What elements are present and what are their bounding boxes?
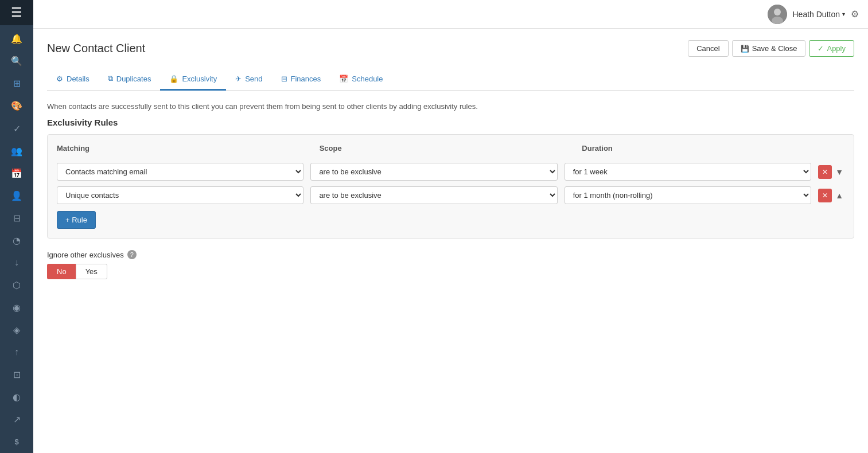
ignore-yes-button[interactable]: Yes	[76, 264, 107, 279]
main-content: Heath Dutton ▾ ⚙ New Contact Client Canc…	[33, 0, 868, 453]
sidebar-icon-dollar[interactable]: $	[0, 431, 33, 453]
help-icon[interactable]: ?	[127, 250, 137, 259]
matching-select-1[interactable]: Contacts matching email Unique contacts …	[57, 163, 303, 181]
ignore-label: Ignore other exclusives ?	[47, 250, 854, 259]
apply-button[interactable]: ✓ Apply	[809, 40, 854, 57]
duplicates-tab-icon: ⧉	[108, 74, 113, 83]
save-icon: 💾	[741, 45, 749, 53]
remove-rule-1-button[interactable]: ✕	[818, 165, 832, 179]
sidebar-icon-trending[interactable]: ↗	[0, 408, 33, 431]
finances-tab-label: Finances	[291, 75, 321, 83]
save-close-label: Save & Close	[752, 44, 797, 53]
sidebar-icon-grid2[interactable]: ⊡	[0, 364, 33, 386]
duplicates-tab-label: Duplicates	[116, 75, 151, 83]
sidebar: ☰ 🔔 🔍 ⊞ 🎨 ✓ 👥 📅 👤 ⊟ ◔ ↓ ⬡ ◉ ◈ ↑ ⊡ ◐ ↗ $	[0, 0, 33, 453]
duration-select-1[interactable]: for 1 day for 1 week for 1 month for 1 m…	[565, 163, 811, 181]
schedule-tab-icon: 📅	[339, 75, 348, 83]
send-tab-icon: ✈	[235, 75, 242, 83]
exclusivity-section-title: Exclusivity Rules	[47, 118, 854, 127]
topbar-right: Heath Dutton ▾ ⚙	[768, 5, 859, 24]
topbar: Heath Dutton ▾ ⚙	[33, 0, 868, 29]
tab-duplicates[interactable]: ⧉ Duplicates	[99, 68, 161, 91]
app-logo[interactable]: ☰	[0, 0, 33, 25]
sidebar-icon-palette[interactable]: 🎨	[0, 95, 33, 117]
apply-label: Apply	[827, 44, 846, 53]
ignore-label-text: Ignore other exclusives	[47, 251, 124, 259]
sidebar-icon-person[interactable]: 👤	[0, 185, 33, 207]
duration-select-2[interactable]: for 1 day for 1 week for 1 month for 1 m…	[565, 186, 811, 204]
tabs: ⚙ Details ⧉ Duplicates 🔒 Exclusivity ✈ S…	[47, 68, 854, 91]
add-rule-button[interactable]: + Rule	[57, 211, 96, 229]
sidebar-icon-search[interactable]: 🔍	[0, 50, 33, 72]
sidebar-icon-upload[interactable]: ↑	[0, 341, 33, 364]
sidebar-icon-table[interactable]: ⊟	[0, 207, 33, 229]
schedule-tab-label: Schedule	[352, 75, 383, 83]
tab-details[interactable]: ⚙ Details	[47, 68, 99, 91]
user-name-display[interactable]: Heath Dutton ▾	[793, 10, 846, 19]
header-actions: Cancel 💾 Save & Close ✓ Apply	[688, 40, 854, 57]
move-down-rule-1-button[interactable]: ▼	[834, 166, 844, 178]
sidebar-icon-grid[interactable]: ⊞	[0, 72, 33, 95]
caret-down-icon: ▾	[842, 11, 845, 17]
rule-actions-2: ✕ ▲	[818, 189, 844, 202]
sidebar-icon-check[interactable]: ✓	[0, 117, 33, 139]
ignore-section: Ignore other exclusives ? No Yes	[47, 250, 854, 279]
sidebar-icon-users[interactable]: 👥	[0, 140, 33, 162]
cancel-button[interactable]: Cancel	[688, 40, 728, 57]
exclusivity-tab-icon: 🔒	[169, 75, 178, 83]
matching-col-label: Matching	[57, 144, 313, 153]
avatar	[768, 5, 787, 24]
sidebar-icon-puzzle[interactable]: ⬡	[0, 274, 33, 296]
scope-select-1[interactable]: are to be exclusive are not to be exclus…	[310, 163, 557, 181]
exclusivity-content: When contacts are successfully sent to t…	[47, 102, 854, 279]
finances-tab-icon: ⊟	[281, 75, 287, 83]
sidebar-icon-chart[interactable]: ◔	[0, 229, 33, 252]
sidebar-icon-download[interactable]: ↓	[0, 252, 33, 274]
page-title: New Contact Client	[47, 42, 145, 55]
tab-send[interactable]: ✈ Send	[226, 68, 271, 91]
settings-icon[interactable]: ⚙	[851, 9, 859, 19]
matching-select-2[interactable]: Contacts matching email Unique contacts …	[57, 186, 303, 204]
details-tab-icon: ⚙	[56, 75, 63, 83]
page-header: New Contact Client Cancel 💾 Save & Close…	[47, 40, 854, 57]
sidebar-icon-rss[interactable]: ◈	[0, 319, 33, 341]
sidebar-icon-calendar[interactable]: 📅	[0, 162, 33, 185]
ignore-toggle-group: No Yes	[47, 264, 854, 279]
check-apply-icon: ✓	[818, 44, 824, 53]
tab-exclusivity[interactable]: 🔒 Exclusivity	[160, 68, 226, 91]
user-name-text: Heath Dutton	[793, 10, 840, 19]
rule-row: Contacts matching email Unique contacts …	[57, 186, 844, 204]
page-body: New Contact Client Cancel 💾 Save & Close…	[33, 29, 868, 453]
rule-actions-1: ✕ ▼	[818, 165, 844, 179]
sidebar-icon-activity[interactable]: ◉	[0, 296, 33, 319]
scope-select-2[interactable]: are to be exclusive are not to be exclus…	[310, 186, 557, 204]
add-rule-container: + Rule	[57, 211, 844, 229]
svg-point-1	[774, 9, 781, 15]
exclusivity-description: When contacts are successfully sent to t…	[47, 102, 854, 111]
exclusivity-tab-label: Exclusivity	[182, 75, 217, 83]
ignore-no-button[interactable]: No	[47, 264, 76, 279]
move-up-rule-2-button[interactable]: ▲	[834, 190, 844, 201]
tab-schedule[interactable]: 📅 Schedule	[330, 68, 392, 91]
duration-col-label: Duration	[582, 144, 838, 153]
save-close-button[interactable]: 💾 Save & Close	[732, 40, 806, 57]
send-tab-label: Send	[245, 75, 262, 83]
details-tab-label: Details	[67, 75, 89, 83]
rule-row: Contacts matching email Unique contacts …	[57, 163, 844, 181]
remove-rule-2-button[interactable]: ✕	[818, 189, 832, 202]
rules-container: Matching Scope Duration Contacts matchin…	[47, 134, 854, 239]
scope-col-label: Scope	[320, 144, 575, 153]
rules-header: Matching Scope Duration	[57, 144, 844, 157]
sidebar-icon-palette2[interactable]: ◐	[0, 386, 33, 408]
tab-finances[interactable]: ⊟ Finances	[272, 68, 330, 91]
sidebar-icon-bell[interactable]: 🔔	[0, 28, 33, 50]
